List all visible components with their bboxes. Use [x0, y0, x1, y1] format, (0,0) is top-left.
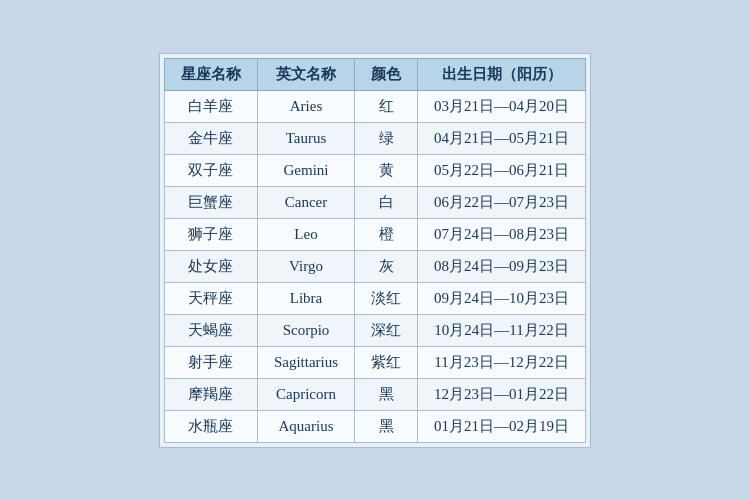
zodiac-table: 星座名称 英文名称 颜色 出生日期（阳历） 白羊座Aries红03月21日—04…: [164, 58, 586, 443]
cell-chinese-name: 双子座: [164, 154, 257, 186]
table-row: 白羊座Aries红03月21日—04月20日: [164, 90, 585, 122]
cell-chinese-name: 狮子座: [164, 218, 257, 250]
header-dates: 出生日期（阳历）: [418, 58, 586, 90]
cell-chinese-name: 金牛座: [164, 122, 257, 154]
cell-chinese-name: 巨蟹座: [164, 186, 257, 218]
table-row: 射手座Sagittarius紫红11月23日—12月22日: [164, 346, 585, 378]
table-row: 天蝎座Scorpio深红10月24日—11月22日: [164, 314, 585, 346]
cell-chinese-name: 处女座: [164, 250, 257, 282]
header-english-name: 英文名称: [257, 58, 354, 90]
zodiac-table-container: 星座名称 英文名称 颜色 出生日期（阳历） 白羊座Aries红03月21日—04…: [159, 53, 591, 448]
cell-color: 黑: [355, 410, 418, 442]
cell-dates: 01月21日—02月19日: [418, 410, 586, 442]
cell-dates: 04月21日—05月21日: [418, 122, 586, 154]
cell-dates: 08月24日—09月23日: [418, 250, 586, 282]
cell-dates: 09月24日—10月23日: [418, 282, 586, 314]
cell-color: 黑: [355, 378, 418, 410]
cell-color: 紫红: [355, 346, 418, 378]
cell-english-name: Sagittarius: [257, 346, 354, 378]
cell-english-name: Capricorn: [257, 378, 354, 410]
cell-dates: 07月24日—08月23日: [418, 218, 586, 250]
cell-english-name: Libra: [257, 282, 354, 314]
cell-color: 绿: [355, 122, 418, 154]
cell-dates: 03月21日—04月20日: [418, 90, 586, 122]
table-row: 巨蟹座Cancer白06月22日—07月23日: [164, 186, 585, 218]
header-color: 颜色: [355, 58, 418, 90]
cell-english-name: Scorpio: [257, 314, 354, 346]
table-row: 天秤座Libra淡红09月24日—10月23日: [164, 282, 585, 314]
cell-chinese-name: 天秤座: [164, 282, 257, 314]
cell-dates: 11月23日—12月22日: [418, 346, 586, 378]
cell-chinese-name: 白羊座: [164, 90, 257, 122]
header-chinese-name: 星座名称: [164, 58, 257, 90]
cell-color: 深红: [355, 314, 418, 346]
table-row: 摩羯座Capricorn黑12月23日—01月22日: [164, 378, 585, 410]
cell-color: 橙: [355, 218, 418, 250]
cell-color: 白: [355, 186, 418, 218]
table-row: 处女座Virgo灰08月24日—09月23日: [164, 250, 585, 282]
table-header-row: 星座名称 英文名称 颜色 出生日期（阳历）: [164, 58, 585, 90]
cell-chinese-name: 天蝎座: [164, 314, 257, 346]
cell-color: 淡红: [355, 282, 418, 314]
table-row: 双子座Gemini黄05月22日—06月21日: [164, 154, 585, 186]
table-row: 狮子座Leo橙07月24日—08月23日: [164, 218, 585, 250]
cell-chinese-name: 摩羯座: [164, 378, 257, 410]
table-row: 金牛座Taurus绿04月21日—05月21日: [164, 122, 585, 154]
cell-color: 黄: [355, 154, 418, 186]
cell-english-name: Aries: [257, 90, 354, 122]
cell-color: 灰: [355, 250, 418, 282]
cell-english-name: Cancer: [257, 186, 354, 218]
table-row: 水瓶座Aquarius黑01月21日—02月19日: [164, 410, 585, 442]
cell-english-name: Aquarius: [257, 410, 354, 442]
cell-english-name: Gemini: [257, 154, 354, 186]
cell-english-name: Taurus: [257, 122, 354, 154]
cell-color: 红: [355, 90, 418, 122]
cell-chinese-name: 水瓶座: [164, 410, 257, 442]
cell-english-name: Virgo: [257, 250, 354, 282]
cell-english-name: Leo: [257, 218, 354, 250]
cell-dates: 05月22日—06月21日: [418, 154, 586, 186]
cell-dates: 06月22日—07月23日: [418, 186, 586, 218]
cell-dates: 10月24日—11月22日: [418, 314, 586, 346]
cell-chinese-name: 射手座: [164, 346, 257, 378]
cell-dates: 12月23日—01月22日: [418, 378, 586, 410]
